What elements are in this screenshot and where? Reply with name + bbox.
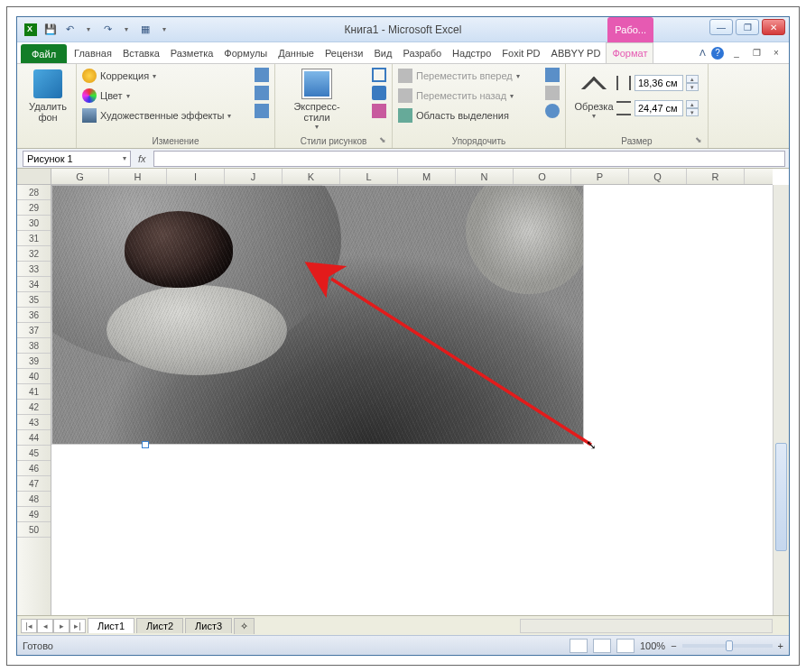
row-header-29[interactable]: 29: [17, 200, 51, 216]
send-backward-button[interactable]: Переместить назад▾: [398, 86, 560, 106]
qat-redo[interactable]: ↷: [99, 22, 116, 38]
rotate-icon[interactable]: [545, 104, 560, 118]
vscroll-thumb[interactable]: [775, 443, 787, 551]
resize-handle-bottom[interactable]: [142, 441, 149, 448]
row-header-32[interactable]: 32: [17, 246, 51, 262]
tab-view[interactable]: Вид: [369, 42, 398, 63]
sheet-tab-3[interactable]: Лист3: [185, 618, 232, 633]
tab-file[interactable]: Файл: [21, 44, 67, 63]
minimize-button[interactable]: —: [709, 19, 733, 35]
tab-addins[interactable]: Надстро: [447, 42, 496, 63]
view-normal-button[interactable]: [570, 639, 588, 653]
mdi-restore[interactable]: ❐: [749, 47, 764, 60]
row-header-47[interactable]: 47: [17, 476, 51, 492]
height-down[interactable]: ▾: [686, 83, 699, 91]
row-header-49[interactable]: 49: [17, 507, 51, 522]
tab-review[interactable]: Рецензи: [320, 42, 369, 63]
row-header-50[interactable]: 50: [17, 522, 51, 538]
qat-undo-more[interactable]: ▾: [80, 22, 97, 38]
name-box[interactable]: Рисунок 1 ▾: [23, 151, 131, 167]
picture-styles-button[interactable]: Экспресс-стили ▾: [281, 66, 353, 131]
height-up[interactable]: ▴: [686, 75, 699, 83]
col-header-G[interactable]: G: [51, 169, 109, 184]
row-header-36[interactable]: 36: [17, 308, 51, 323]
formula-input[interactable]: [153, 151, 785, 167]
change-pic-icon[interactable]: [255, 86, 269, 100]
col-header-R[interactable]: R: [687, 169, 745, 184]
col-header-J[interactable]: J: [225, 169, 283, 184]
row-headers[interactable]: 2829303132333435363738394041424344454647…: [17, 185, 51, 615]
zoom-in-button[interactable]: +: [778, 640, 783, 651]
tab-developer[interactable]: Разрабо: [397, 42, 447, 63]
remove-background-button[interactable]: Удалить фон: [23, 66, 73, 123]
col-header-O[interactable]: O: [514, 169, 571, 184]
bring-forward-button[interactable]: Переместить вперед▾: [398, 66, 560, 86]
row-header-46[interactable]: 46: [17, 461, 51, 476]
sheet-tab-2[interactable]: Лист2: [136, 618, 183, 633]
qat-save[interactable]: 💾: [42, 22, 59, 38]
tab-formulas[interactable]: Формулы: [218, 42, 273, 63]
view-break-button[interactable]: [616, 639, 635, 653]
sheet-nav-0[interactable]: |◂: [21, 619, 37, 633]
row-header-28[interactable]: 28: [17, 185, 51, 200]
qat-undo[interactable]: ↶: [61, 22, 78, 38]
row-header-38[interactable]: 38: [17, 338, 51, 354]
row-header-40[interactable]: 40: [17, 369, 51, 384]
col-header-P[interactable]: P: [571, 169, 629, 184]
corrections-button[interactable]: Коррекция▾: [82, 66, 269, 86]
row-header-44[interactable]: 44: [17, 430, 51, 446]
namebox-dropdown-icon[interactable]: ▾: [123, 154, 126, 162]
row-header-31[interactable]: 31: [17, 231, 51, 246]
vertical-scrollbar[interactable]: [773, 185, 789, 615]
tab-insert[interactable]: Вставка: [117, 42, 165, 63]
tab-layout[interactable]: Разметка: [165, 42, 219, 63]
col-header-L[interactable]: L: [340, 169, 398, 184]
sheet-nav-3[interactable]: ▸|: [69, 619, 86, 633]
row-header-42[interactable]: 42: [17, 400, 51, 415]
compress-icon[interactable]: [255, 68, 269, 82]
effects-icon[interactable]: [372, 86, 386, 100]
reset-pic-icon[interactable]: [255, 104, 269, 118]
ribbon-minimize-icon[interactable]: ᐱ: [699, 48, 706, 58]
row-header-41[interactable]: 41: [17, 384, 51, 400]
selection-pane-button[interactable]: Область выделения: [398, 106, 560, 125]
sheet-nav-1[interactable]: ◂: [37, 619, 53, 633]
zoom-thumb[interactable]: [726, 640, 733, 651]
zoom-slider[interactable]: [682, 644, 773, 648]
layout-icon[interactable]: [372, 104, 386, 118]
row-header-37[interactable]: 37: [17, 323, 51, 338]
col-header-H[interactable]: H: [109, 169, 167, 184]
zoom-out-button[interactable]: −: [671, 640, 676, 651]
close-button[interactable]: ✕: [762, 19, 785, 35]
col-header-N[interactable]: N: [456, 169, 514, 184]
row-header-35[interactable]: 35: [17, 292, 51, 308]
crop-button[interactable]: Обрезка▾: [571, 66, 616, 131]
artistic-effects-button[interactable]: Художественные эффекты▾: [82, 106, 269, 125]
row-header-43[interactable]: 43: [17, 415, 51, 430]
qat-customize[interactable]: ▾: [156, 22, 172, 38]
column-headers[interactable]: GHIJKLMNOPQR: [51, 169, 773, 185]
row-header-30[interactable]: 30: [17, 216, 51, 231]
mdi-close[interactable]: ×: [769, 47, 783, 60]
cells-area[interactable]: ⤡: [51, 185, 773, 615]
new-sheet-button[interactable]: ✧: [234, 618, 255, 634]
fx-icon[interactable]: fx: [138, 153, 146, 164]
tab-data[interactable]: Данные: [273, 42, 320, 63]
group-icon[interactable]: [545, 86, 560, 100]
tab-abbyy[interactable]: ABBYY PD: [546, 42, 607, 63]
color-button[interactable]: Цвет▾: [82, 86, 269, 106]
width-down[interactable]: ▾: [686, 108, 699, 116]
align-icon[interactable]: [545, 68, 560, 82]
horizontal-scrollbar[interactable]: [520, 619, 773, 633]
zoom-level[interactable]: 100%: [640, 640, 665, 651]
row-header-45[interactable]: 45: [17, 446, 51, 461]
sheet-nav-2[interactable]: ▸: [53, 619, 69, 633]
qat-extra[interactable]: ▦: [137, 22, 153, 38]
help-icon[interactable]: ?: [711, 47, 724, 60]
view-layout-button[interactable]: [593, 639, 611, 653]
maximize-button[interactable]: ❐: [736, 19, 759, 35]
sheet-tab-1[interactable]: Лист1: [88, 618, 134, 633]
tab-foxit[interactable]: Foxit PD: [496, 42, 545, 63]
row-header-48[interactable]: 48: [17, 492, 51, 507]
styles-launcher[interactable]: ⬊: [379, 135, 390, 146]
